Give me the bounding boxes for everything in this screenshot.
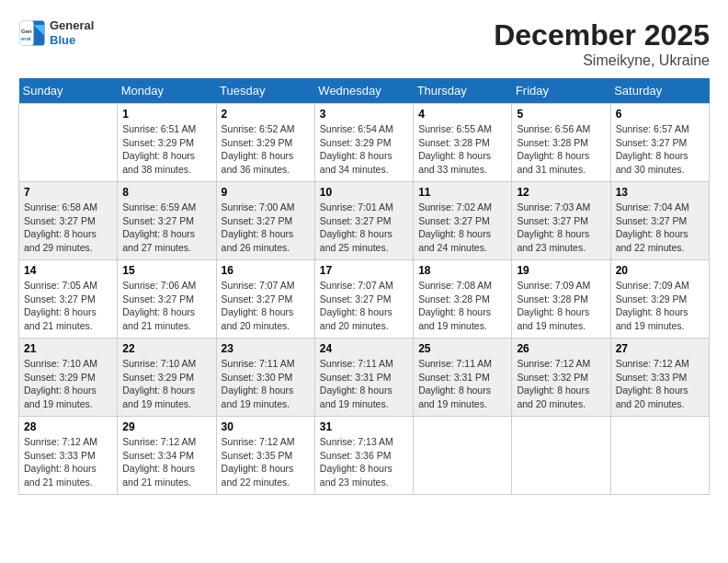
title-block: December 2025 Simeikyne, Ukraine [494,18,710,69]
table-row: 6Sunrise: 6:57 AMSunset: 3:27 PMDaylight… [610,104,709,182]
day-info: Sunrise: 7:11 AMSunset: 3:30 PMDaylight:… [222,357,310,411]
table-row: 1Sunrise: 6:51 AMSunset: 3:29 PMDaylight… [118,104,216,182]
day-info: Sunrise: 6:57 AMSunset: 3:27 PMDaylight:… [616,122,704,177]
day-number: 7 [24,186,112,199]
month-title: December 2025 [494,18,710,52]
day-info: Sunrise: 7:11 AMSunset: 3:31 PMDaylight:… [418,357,506,411]
day-info: Sunrise: 7:11 AMSunset: 3:31 PMDaylight:… [320,357,408,411]
header-saturday: Saturday [610,78,709,104]
table-row [512,417,610,495]
calendar-row: 14Sunrise: 7:05 AMSunset: 3:27 PMDayligh… [19,260,710,339]
page-header: Gen eral General Blue December 2025 Sime… [18,18,710,69]
day-info: Sunrise: 7:09 AMSunset: 3:28 PMDaylight:… [517,279,605,333]
day-number: 5 [517,108,605,121]
table-row: 13Sunrise: 7:04 AMSunset: 3:27 PMDayligh… [610,182,709,260]
day-number: 18 [418,264,506,277]
calendar-table: Sunday Monday Tuesday Wednesday Thursday… [18,78,710,495]
day-info: Sunrise: 7:12 AMSunset: 3:34 PMDaylight:… [122,435,210,489]
day-info: Sunrise: 7:07 AMSunset: 3:27 PMDaylight:… [320,279,408,333]
calendar-row: 28Sunrise: 7:12 AMSunset: 3:33 PMDayligh… [19,417,710,495]
table-row [19,104,118,182]
day-number: 13 [616,186,704,199]
table-row: 30Sunrise: 7:12 AMSunset: 3:35 PMDayligh… [216,417,314,495]
header-wednesday: Wednesday [314,78,413,104]
day-number: 22 [122,342,210,355]
day-info: Sunrise: 7:09 AMSunset: 3:29 PMDaylight:… [616,279,704,333]
calendar-row: 7Sunrise: 6:58 AMSunset: 3:27 PMDaylight… [19,182,710,260]
day-info: Sunrise: 7:01 AMSunset: 3:27 PMDaylight:… [320,201,408,255]
svg-text:eral: eral [21,35,31,40]
table-row: 15Sunrise: 7:06 AMSunset: 3:27 PMDayligh… [118,260,216,339]
day-number: 29 [122,420,210,433]
table-row: 28Sunrise: 7:12 AMSunset: 3:33 PMDayligh… [19,417,118,495]
day-info: Sunrise: 7:12 AMSunset: 3:35 PMDaylight:… [222,435,310,489]
day-info: Sunrise: 6:51 AMSunset: 3:29 PMDaylight:… [122,122,210,177]
table-row: 3Sunrise: 6:54 AMSunset: 3:29 PMDaylight… [314,104,413,182]
day-info: Sunrise: 7:12 AMSunset: 3:33 PMDaylight:… [24,435,112,489]
logo: Gen eral General Blue [18,18,94,47]
table-row: 22Sunrise: 7:10 AMSunset: 3:29 PMDayligh… [118,339,216,417]
calendar-row: 21Sunrise: 7:10 AMSunset: 3:29 PMDayligh… [19,339,710,417]
day-info: Sunrise: 7:12 AMSunset: 3:32 PMDaylight:… [517,357,605,411]
table-row: 8Sunrise: 6:59 AMSunset: 3:27 PMDaylight… [118,182,216,260]
day-number: 8 [122,186,210,199]
logo-text: General Blue [50,18,94,47]
day-info: Sunrise: 6:52 AMSunset: 3:29 PMDaylight:… [222,122,310,177]
day-info: Sunrise: 6:58 AMSunset: 3:27 PMDaylight:… [24,201,112,255]
day-info: Sunrise: 7:07 AMSunset: 3:27 PMDaylight:… [222,279,310,333]
day-number: 4 [418,108,506,121]
table-row: 7Sunrise: 6:58 AMSunset: 3:27 PMDaylight… [19,182,118,260]
day-number: 27 [616,342,704,355]
logo-general: General [50,18,94,33]
logo-blue: Blue [50,33,94,48]
table-row: 9Sunrise: 7:00 AMSunset: 3:27 PMDaylight… [216,182,314,260]
day-info: Sunrise: 7:10 AMSunset: 3:29 PMDaylight:… [122,357,210,411]
day-number: 9 [222,186,310,199]
day-number: 17 [320,264,408,277]
day-number: 31 [320,420,408,433]
day-info: Sunrise: 7:13 AMSunset: 3:36 PMDaylight:… [320,435,408,489]
day-number: 26 [517,342,605,355]
day-info: Sunrise: 6:56 AMSunset: 3:28 PMDaylight:… [517,122,605,177]
table-row: 17Sunrise: 7:07 AMSunset: 3:27 PMDayligh… [314,260,413,339]
header-monday: Monday [118,78,216,104]
table-row: 25Sunrise: 7:11 AMSunset: 3:31 PMDayligh… [414,339,512,417]
day-number: 30 [222,420,310,433]
day-number: 10 [320,186,408,199]
table-row: 18Sunrise: 7:08 AMSunset: 3:28 PMDayligh… [414,260,512,339]
day-info: Sunrise: 6:59 AMSunset: 3:27 PMDaylight:… [122,201,210,255]
day-number: 21 [24,342,112,355]
table-row: 4Sunrise: 6:55 AMSunset: 3:28 PMDaylight… [414,104,512,182]
day-number: 25 [418,342,506,355]
table-row: 26Sunrise: 7:12 AMSunset: 3:32 PMDayligh… [512,339,610,417]
day-number: 20 [616,264,704,277]
table-row: 31Sunrise: 7:13 AMSunset: 3:36 PMDayligh… [314,417,413,495]
logo-icon: Gen eral [18,19,46,47]
day-number: 11 [418,186,506,199]
table-row: 14Sunrise: 7:05 AMSunset: 3:27 PMDayligh… [19,260,118,339]
header-tuesday: Tuesday [216,78,314,104]
day-number: 16 [222,264,310,277]
day-number: 24 [320,342,408,355]
table-row: 20Sunrise: 7:09 AMSunset: 3:29 PMDayligh… [610,260,709,339]
table-row: 29Sunrise: 7:12 AMSunset: 3:34 PMDayligh… [118,417,216,495]
table-row: 11Sunrise: 7:02 AMSunset: 3:27 PMDayligh… [414,182,512,260]
day-info: Sunrise: 7:12 AMSunset: 3:33 PMDaylight:… [616,357,704,411]
header-thursday: Thursday [414,78,512,104]
day-info: Sunrise: 7:06 AMSunset: 3:27 PMDaylight:… [122,279,210,333]
table-row: 12Sunrise: 7:03 AMSunset: 3:27 PMDayligh… [512,182,610,260]
day-info: Sunrise: 7:05 AMSunset: 3:27 PMDaylight:… [24,279,112,333]
day-number: 12 [517,186,605,199]
weekday-header-row: Sunday Monday Tuesday Wednesday Thursday… [19,78,710,104]
day-info: Sunrise: 6:54 AMSunset: 3:29 PMDaylight:… [320,122,408,177]
day-number: 15 [122,264,210,277]
day-number: 28 [24,420,112,433]
table-row: 21Sunrise: 7:10 AMSunset: 3:29 PMDayligh… [19,339,118,417]
header-friday: Friday [512,78,610,104]
table-row: 16Sunrise: 7:07 AMSunset: 3:27 PMDayligh… [216,260,314,339]
day-number: 23 [222,342,310,355]
table-row: 27Sunrise: 7:12 AMSunset: 3:33 PMDayligh… [610,339,709,417]
table-row: 10Sunrise: 7:01 AMSunset: 3:27 PMDayligh… [314,182,413,260]
table-row: 23Sunrise: 7:11 AMSunset: 3:30 PMDayligh… [216,339,314,417]
location-title: Simeikyne, Ukraine [494,52,710,69]
